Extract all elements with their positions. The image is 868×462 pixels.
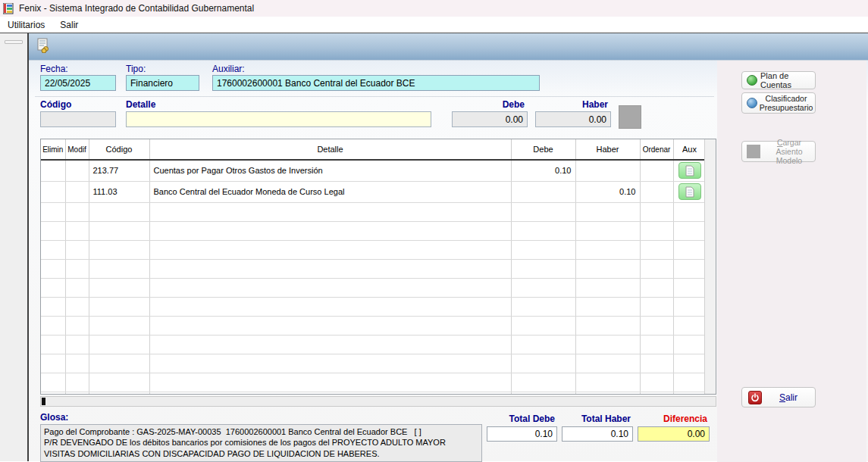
debe-entry-label: Debe <box>452 99 525 110</box>
cell-codigo: 111.03 <box>89 181 149 202</box>
table-empty-row <box>41 259 706 278</box>
power-icon <box>748 391 762 404</box>
cell-modif[interactable] <box>65 160 89 181</box>
clasificador-presupuestario-button[interactable]: Clasificador Presupuestario <box>741 92 816 114</box>
col-codigo: Código <box>89 139 149 160</box>
new-voucher-button[interactable] <box>34 36 52 55</box>
gray-square-icon <box>747 145 760 158</box>
cell-elimin[interactable] <box>41 160 65 181</box>
auxiliar-label: Auxiliar: <box>212 64 245 74</box>
col-ordenar: Ordenar <box>640 139 673 160</box>
detalle-entry-label: Detalle <box>126 99 155 110</box>
total-debe-label: Total Debe <box>487 414 555 424</box>
cell-modif[interactable] <box>65 181 89 202</box>
left-collapsed-panel[interactable] <box>0 33 29 461</box>
table-empty-row <box>41 202 706 221</box>
auxiliar-field[interactable]: 1760002600001 Banco Central del Ecuador … <box>212 75 540 91</box>
hscroll-thumb[interactable] <box>42 398 45 405</box>
plan-de-cuentas-button[interactable]: Plan de Cuentas <box>741 71 816 89</box>
detalle-entry-field[interactable] <box>126 111 431 127</box>
document-icon <box>685 186 694 198</box>
window-title: Fenix - Sistema Integrado de Contabilida… <box>19 3 254 14</box>
col-debe: Debe <box>511 139 575 160</box>
green-sphere-icon <box>747 75 757 86</box>
cell-elimin[interactable] <box>41 181 65 202</box>
workspace: Fecha: 22/05/2025 Tipo: Financiero Auxil… <box>0 33 868 461</box>
table-header-row: Elimin Modif Código Detalle Debe Haber O… <box>41 139 706 160</box>
haber-entry-label: Haber <box>535 99 608 110</box>
table-row[interactable]: 213.77 Cuentas por Pagar Otros Gastos de… <box>41 160 706 181</box>
table-empty-row <box>41 392 706 395</box>
salir-label: Salir <box>762 392 815 403</box>
table-empty-row <box>41 354 706 373</box>
tipo-field[interactable]: Financiero <box>126 75 199 91</box>
aux-button[interactable] <box>678 183 701 200</box>
document-icon <box>685 165 694 176</box>
cell-detalle: Banco Central del Ecuador Moneda de Curs… <box>149 181 511 202</box>
cargar-asiento-label: Cargar Asiento Modelo <box>763 138 815 165</box>
total-debe-field: 0.10 <box>487 426 557 442</box>
table-horizontal-scrollbar[interactable] <box>40 396 716 407</box>
glosa-textarea[interactable]: Pago del Comprobante : GAS-2025-MAY-0003… <box>40 424 482 462</box>
document-coins-icon <box>36 38 51 53</box>
table-empty-row <box>41 278 706 297</box>
codigo-entry-label: Código <box>40 99 71 110</box>
app-icon <box>3 3 15 14</box>
total-haber-label: Total Haber <box>562 414 631 424</box>
toolbar <box>29 33 868 60</box>
table-empty-row <box>41 297 706 316</box>
cell-ordenar[interactable] <box>640 160 673 181</box>
menu-bar: Utilitarios Salir <box>0 17 868 33</box>
table-empty-row <box>41 316 706 335</box>
plan-de-cuentas-label: Plan de Cuentas <box>760 71 815 89</box>
menu-utilitarios[interactable]: Utilitarios <box>0 17 52 33</box>
form-panel: Fecha: 22/05/2025 Tipo: Financiero Auxil… <box>29 60 868 461</box>
clasificador-label: Clasificador Presupuestario <box>757 94 815 112</box>
diferencia-field: 0.00 <box>638 426 710 442</box>
cell-codigo: 213.77 <box>89 160 149 181</box>
col-elimin: Elimin <box>41 139 65 160</box>
table-empty-row <box>41 335 706 354</box>
cell-haber <box>575 160 640 181</box>
table-empty-row <box>41 240 706 259</box>
glosa-label: Glosa: <box>40 412 68 423</box>
diferencia-label: Diferencia <box>638 414 707 424</box>
cargar-asiento-modelo-button[interactable]: Cargar Asiento Modelo <box>741 141 816 162</box>
debe-entry-field[interactable]: 0.00 <box>452 111 528 127</box>
title-bar: Fenix - Sistema Integrado de Contabilida… <box>0 0 868 17</box>
tipo-label: Tipo: <box>126 64 146 74</box>
codigo-entry-field[interactable] <box>40 111 116 127</box>
cell-haber: 0.10 <box>575 181 640 202</box>
col-modif: Modif <box>65 139 89 160</box>
separator-line <box>35 96 714 97</box>
table-empty-row <box>41 221 706 240</box>
panel-grip[interactable] <box>5 40 23 44</box>
main-area: Fecha: 22/05/2025 Tipo: Financiero Auxil… <box>29 33 868 461</box>
blue-sphere-icon <box>747 98 757 108</box>
salir-button[interactable]: Salir <box>741 387 816 407</box>
total-haber-field: 0.10 <box>562 426 633 442</box>
entry-aux-button[interactable] <box>619 105 641 129</box>
cell-aux <box>673 160 706 181</box>
cell-debe: 0.10 <box>511 160 575 181</box>
cell-detalle: Cuentas por Pagar Otros Gastos de Invers… <box>149 160 511 181</box>
fecha-field[interactable]: 22/05/2025 <box>40 75 116 91</box>
table-empty-row <box>41 373 706 392</box>
fecha-label: Fecha: <box>40 64 68 74</box>
table-row[interactable]: 111.03 Banco Central del Ecuador Moneda … <box>41 181 706 202</box>
cell-debe <box>511 181 575 202</box>
table-vertical-scrollbar[interactable] <box>704 139 716 394</box>
aux-button[interactable] <box>678 162 701 179</box>
col-detalle: Detalle <box>149 139 511 160</box>
menu-salir[interactable]: Salir <box>52 17 86 33</box>
col-haber: Haber <box>575 139 640 160</box>
entries-table: Elimin Modif Código Detalle Debe Haber O… <box>40 139 716 395</box>
haber-entry-field[interactable]: 0.00 <box>535 111 611 127</box>
cell-aux <box>673 181 706 202</box>
right-panel: Plan de Cuentas Clasificador Presupuesta… <box>717 61 866 462</box>
col-aux: Aux <box>673 139 706 160</box>
cell-ordenar[interactable] <box>640 181 673 202</box>
